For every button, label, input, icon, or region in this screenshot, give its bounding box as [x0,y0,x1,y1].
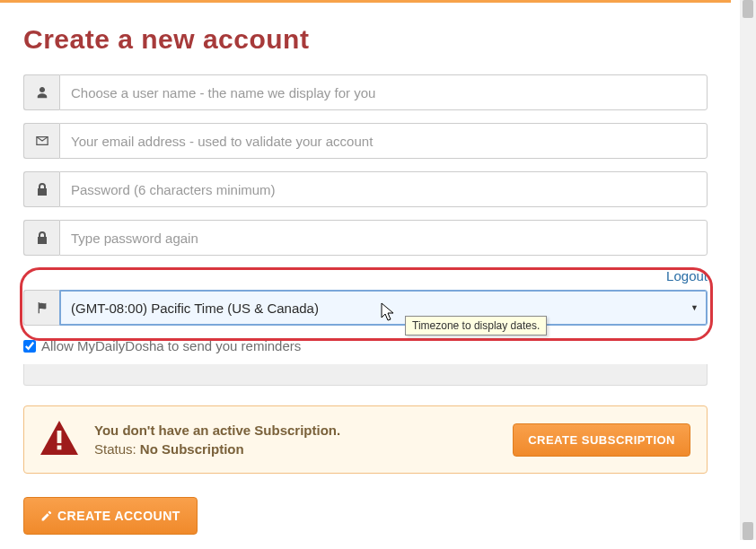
vertical-scrollbar[interactable] [740,0,756,540]
pencil-icon [40,510,52,522]
password-confirm-group [23,220,708,256]
section-bottom [23,364,708,386]
timezone-tooltip: Timezone to display dates. [405,316,547,336]
email-group [23,123,708,159]
alert-line1: You don't have an active Subscription. [94,421,497,440]
alert-status-label: Status: [94,441,140,457]
timezone-group: (GMT-08:00) Pacific Time (US & Canada) [23,290,708,326]
lock-icon [23,171,59,207]
create-subscription-button[interactable]: CREATE SUBSCRIPTION [513,423,690,457]
create-account-label: CREATE ACCOUNT [57,509,180,523]
alert-message: You don't have an active Subscription. S… [94,421,497,458]
flag-icon [23,290,59,326]
form-panel: Create a new account Logout [0,0,731,542]
svg-rect-0 [57,431,62,443]
reminders-checkbox[interactable] [23,340,36,353]
timezone-select[interactable]: (GMT-08:00) Pacific Time (US & Canada) [59,290,708,326]
username-input[interactable] [59,74,708,110]
user-icon [23,74,59,110]
password-input[interactable] [59,171,708,207]
create-account-button[interactable]: CREATE ACCOUNT [23,497,198,535]
subscription-alert: You don't have an active Subscription. S… [23,405,708,474]
envelope-icon [23,123,59,159]
lock-icon [23,220,59,256]
svg-rect-1 [57,446,62,450]
reminders-label: Allow MyDailyDosha to send you reminders [41,338,301,353]
reminders-row[interactable]: Allow MyDailyDosha to send you reminders [23,338,708,353]
password-confirm-input[interactable] [59,220,708,256]
logout-link[interactable]: Logout [666,268,708,283]
warning-icon [40,421,78,458]
alert-status-value: No Subscription [140,441,244,457]
email-input[interactable] [59,123,708,159]
page-title: Create a new account [23,24,708,55]
username-group [23,74,708,110]
password-group [23,171,708,207]
